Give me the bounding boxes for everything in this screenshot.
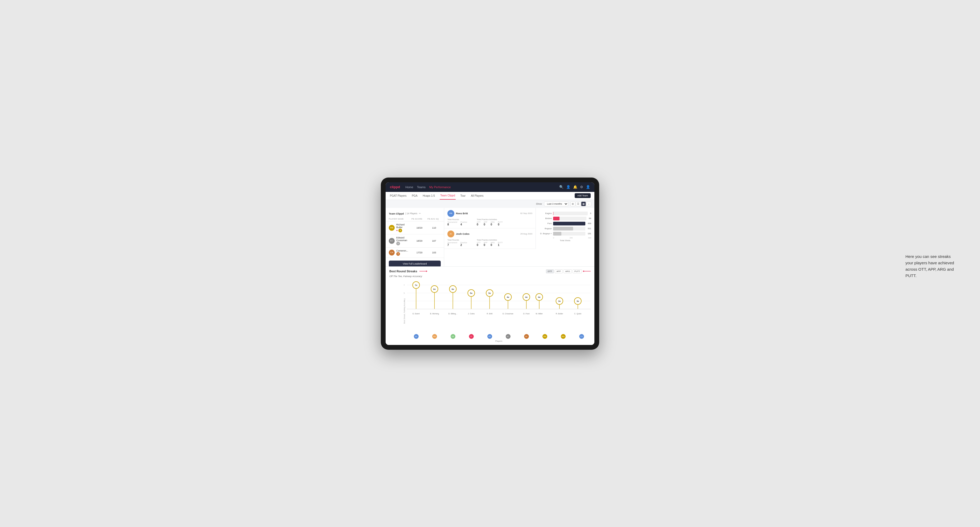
svg-marker-2 (583, 270, 584, 272)
bar-label: D. Bogeys + (539, 232, 552, 235)
bar-chart: Eagles 3 Birdies 96 (539, 211, 591, 242)
chart-subtitle: Off The Tee, Fairway Accuracy (389, 275, 591, 278)
pb-avg: 107 (428, 240, 441, 242)
svg-text:R. Butler: R. Butler (556, 313, 563, 314)
bar-track (553, 227, 585, 230)
app-value: 0 (484, 243, 487, 246)
view-leaderboard-button[interactable]: View Full Leaderboard (389, 260, 441, 267)
arg-value: 0 (490, 223, 495, 226)
table-row[interactable]: EC Edward Crossman 2 18/20 107 (386, 235, 444, 248)
player-info: EC Edward Crossman 2 (389, 237, 412, 245)
arg-label: ARG (490, 242, 495, 243)
svg-text:4x: 4x (538, 296, 540, 298)
chart-title: Total Shots (539, 239, 591, 242)
arrow-annotation-right-icon (583, 269, 591, 273)
bar-value: 131 (588, 232, 591, 235)
avatar: EE (414, 334, 418, 339)
ott-label: OTT (477, 221, 480, 223)
app-label: APP (484, 242, 487, 243)
streak-chart: 7 5 3 1 7x E. Ewert 6x B. McHerg (407, 280, 591, 342)
putt-label: PUTT (498, 242, 503, 243)
team-title: Team Clippd (389, 212, 404, 215)
arg-button[interactable]: ARG (563, 269, 572, 273)
ott-button[interactable]: OTT (546, 269, 554, 273)
edit-icon[interactable]: ✏ (419, 212, 421, 215)
player-card: RB Rees Britt 02 Sep 2023 Total Rounds T… (444, 208, 536, 229)
top-row: Team Clippd | 14 Players ✏ PLAYER NAME P… (386, 208, 594, 267)
app-value: 0 (484, 223, 487, 226)
tournament-label: Tournament (447, 242, 457, 243)
sub-nav-tour[interactable]: Tour (460, 192, 466, 200)
settings-icon[interactable]: ⚙ (580, 185, 583, 189)
sub-nav-all-players[interactable]: All Players (470, 192, 484, 200)
right-panel: Eagles 3 Birdies 96 (536, 208, 594, 267)
add-team-button[interactable]: Add Team (575, 193, 591, 198)
avatar: RB (487, 334, 492, 339)
nav-bar: clippd Home Teams My Performance 🔍 👤 🔔 ⚙… (386, 182, 594, 192)
practice-activities-label: Total Practice Activities (477, 239, 503, 241)
bar-label: Bogeys (539, 227, 552, 230)
nav-home[interactable]: Home (405, 185, 413, 189)
user-icon[interactable]: 👤 (566, 185, 570, 189)
svg-marker-1 (426, 270, 428, 272)
pb-score: 18/20 (412, 240, 428, 242)
avatar-icon[interactable]: 👤 (586, 185, 590, 189)
list-view-button[interactable]: ☰ (576, 202, 581, 206)
player-name: Edward Crossman (396, 237, 412, 242)
avatar-row: EE BM DB JC RB EC DF MM RBu CQ (407, 334, 591, 339)
nav-teams[interactable]: Teams (417, 185, 426, 189)
sub-nav-team-clippd[interactable]: Team Clippd (440, 192, 456, 200)
bar-label: Pars (539, 222, 552, 225)
app-button[interactable]: APP (555, 269, 563, 273)
putt-button[interactable]: PUTT (573, 269, 582, 273)
search-icon[interactable]: 🔍 (559, 185, 563, 189)
ott-value: 0 (477, 243, 480, 246)
bar-value: 96 (589, 217, 591, 220)
card-stats: Total Rounds Tournament 8 Practice 4 (447, 218, 532, 226)
x-tick: 400 (588, 237, 591, 239)
avatar: EC (389, 238, 395, 244)
svg-text:5: 5 (404, 292, 405, 294)
table-row[interactable]: RB Richard Butler ♥ 1 19/20 110 (386, 221, 444, 235)
rank-badge: 3 (396, 252, 400, 256)
bell-icon[interactable]: 🔔 (573, 185, 578, 189)
bar-fill (553, 232, 562, 236)
avatar: DB (450, 334, 455, 339)
grid-view-button[interactable]: ⊞ (570, 202, 575, 206)
detail-view-button[interactable]: ▦ (581, 202, 586, 206)
tournament-value: 8 (447, 223, 457, 226)
show-select[interactable]: Last 3 months Last 6 months Last year (544, 202, 568, 206)
sub-nav-pgat[interactable]: PGAT Players (389, 192, 407, 200)
svg-text:E. Crossman: E. Crossman (503, 313, 514, 314)
sub-nav-pga[interactable]: PGA (411, 192, 418, 200)
svg-text:M. Miller: M. Miller (536, 313, 543, 314)
svg-text:7x: 7x (415, 284, 417, 286)
player-name: Richard Butler (396, 223, 412, 229)
card-stats: Total Rounds Tournament 7 Practice 2 (447, 239, 532, 246)
total-rounds-label: Total Rounds (447, 218, 467, 221)
col-pb-score: PB SCORE (412, 218, 428, 220)
avatar: MM (542, 334, 547, 339)
avatar: JC (447, 230, 454, 237)
export-button[interactable]: ↓ (586, 202, 591, 206)
svg-text:D. Billing...: D. Billing... (449, 313, 458, 315)
col-pb-avg: PB AVG SQ (428, 218, 441, 220)
sub-nav-hcaps[interactable]: Hcaps 1-5 (422, 192, 436, 200)
svg-text:6x: 6x (452, 288, 454, 290)
bar-value: 311 (588, 227, 591, 230)
streak-svg: 7 5 3 1 7x E. Ewert 6x B. McHerg (407, 280, 591, 322)
svg-text:3: 3 (404, 300, 405, 302)
chart-bar-row: Pars 499 (539, 222, 591, 225)
nav-my-performance[interactable]: My Performance (429, 185, 451, 189)
practice-value: 2 (460, 243, 467, 246)
chart-bar-row: Bogeys 311 (539, 227, 591, 230)
tournament-label: Tournament (447, 221, 457, 223)
sub-nav: PGAT Players PGA Hcaps 1-5 Team Clippd T… (386, 192, 594, 200)
bar-value: 3 (590, 212, 591, 214)
player-info: CA Cameron... 3 (389, 249, 412, 256)
bottom-header: Best Round Streaks OTT APP ARG PUTT (389, 269, 591, 273)
card-date: 26 Aug 2023 (520, 233, 532, 235)
table-row[interactable]: CA Cameron... 3 17/20 103 (386, 248, 444, 258)
annotation-text: Here you can see streaks your players ha… (905, 253, 959, 279)
card-player-name: Josh Coles (456, 232, 469, 235)
